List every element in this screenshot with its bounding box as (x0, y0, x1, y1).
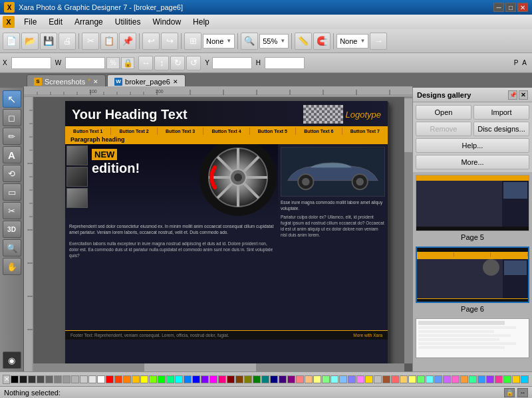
gallery-page-5[interactable]: Page 5 (416, 175, 529, 241)
save-button[interactable]: 💾 (40, 33, 57, 50)
color-swatch[interactable] (374, 375, 382, 383)
color-swatch[interactable] (400, 375, 408, 383)
cut-button[interactable]: ✂ (82, 33, 99, 50)
window-maximize-button[interactable]: □ (505, 3, 516, 12)
color-swatch[interactable] (495, 375, 503, 383)
color-swatch[interactable] (287, 375, 295, 383)
color-swatch[interactable] (434, 375, 442, 383)
color-swatch[interactable] (158, 375, 166, 383)
color-swatch[interactable] (37, 375, 45, 383)
color-swatch[interactable] (486, 375, 494, 383)
text-tool[interactable]: A (3, 146, 21, 163)
color-swatch[interactable] (279, 375, 287, 383)
menu-utilities[interactable]: Utilities (110, 16, 146, 28)
color-swatch[interactable] (88, 375, 96, 383)
color-swatch[interactable] (365, 375, 373, 383)
color-swatch[interactable] (80, 375, 88, 383)
new-button[interactable]: 📄 (3, 33, 20, 50)
color-swatch[interactable] (97, 375, 105, 383)
color-swatch[interactable] (253, 375, 261, 383)
h-scrollbar[interactable] (33, 363, 404, 371)
color-swatch[interactable] (452, 375, 460, 383)
color-swatch[interactable] (322, 375, 330, 383)
color-swatch[interactable] (54, 375, 62, 383)
percent-button[interactable]: % (106, 57, 120, 69)
color-swatch[interactable] (45, 375, 53, 383)
w-input[interactable] (65, 57, 105, 69)
gallery-thumb-7[interactable] (416, 318, 529, 358)
gallery-remove-button[interactable]: Remove (416, 122, 471, 136)
color-swatch[interactable] (417, 375, 425, 383)
paste-button[interactable]: 📌 (119, 33, 136, 50)
select-tool[interactable]: ↖ (3, 90, 21, 108)
color-swatch[interactable] (132, 375, 140, 383)
color-swatch[interactable] (227, 375, 235, 383)
gallery-thumb-5[interactable] (416, 175, 529, 231)
color-swatch[interactable] (175, 375, 183, 383)
color-swatch[interactable] (235, 375, 243, 383)
open-button[interactable]: 📂 (21, 33, 39, 50)
transform-button[interactable]: ⊞ (184, 33, 201, 50)
x-input[interactable] (11, 57, 51, 69)
color-swatch[interactable] (218, 375, 226, 383)
color-swatch[interactable] (270, 375, 278, 383)
color-swatch[interactable] (296, 375, 304, 383)
gallery-more-button[interactable]: More... (416, 155, 529, 169)
redo-button[interactable]: ↪ (161, 33, 178, 50)
rectangle-tool[interactable]: ▭ (3, 183, 21, 201)
gallery-header-buttons[interactable]: 📌 ✕ (508, 90, 528, 100)
color-swatch[interactable] (356, 375, 364, 383)
canvas-area[interactable]: Your Heading Text Logotype Button Text 1… (33, 97, 412, 371)
color-swatch[interactable] (140, 375, 148, 383)
gallery-pin-button[interactable]: 📌 (508, 90, 517, 100)
color-picker-tool[interactable]: ◉ (3, 351, 21, 369)
rotate-ccw-button[interactable]: ↺ (186, 56, 201, 70)
zoom-tool[interactable]: 🔍 (3, 239, 21, 256)
color-swatch[interactable] (460, 375, 468, 383)
color-swatch[interactable] (521, 375, 529, 383)
color-swatch[interactable] (11, 375, 19, 383)
gallery-disc-button[interactable]: Disc designs... (473, 122, 529, 136)
color-swatch[interactable] (166, 375, 174, 383)
color-swatch[interactable] (348, 375, 356, 383)
menu-edit[interactable]: Edit (43, 16, 68, 28)
node-tool[interactable]: ◻ (3, 109, 21, 126)
flip-h-button[interactable]: ↔ (138, 56, 153, 70)
menu-help[interactable]: Help (188, 16, 215, 28)
color-swatch[interactable] (339, 375, 347, 383)
h-scrollbar-thumb[interactable] (144, 363, 255, 371)
menu-arrange[interactable]: Arrange (69, 16, 108, 28)
gallery-thumb-6[interactable] (416, 247, 529, 303)
copy-button[interactable]: 📋 (100, 33, 118, 50)
v-scrollbar[interactable] (404, 97, 412, 363)
push-tool[interactable]: ✋ (3, 258, 21, 275)
tab-close-screenshots[interactable]: ✕ (93, 78, 98, 85)
color-swatch[interactable] (313, 375, 321, 383)
blend-dropdown[interactable]: None ▼ (203, 34, 235, 49)
transparency-tool[interactable]: ⟲ (3, 165, 21, 182)
status-expand-icon[interactable]: ↔ (517, 388, 528, 397)
y-input[interactable] (212, 57, 252, 69)
gallery-close-button[interactable]: ✕ (519, 90, 528, 100)
crop-tool[interactable]: ✂ (3, 202, 21, 219)
snap-button[interactable]: 🧲 (313, 33, 331, 50)
undo-button[interactable]: ↩ (142, 33, 160, 50)
tab-close-broker[interactable]: ✕ (173, 78, 178, 85)
color-swatch[interactable] (244, 375, 252, 383)
color-swatch[interactable] (391, 375, 399, 383)
color-swatch[interactable] (106, 375, 114, 383)
freehand-tool[interactable]: ✏ (3, 128, 21, 145)
title-bar-controls[interactable]: ─ □ ✕ (493, 3, 528, 12)
gallery-help-button[interactable]: Help... (416, 138, 529, 153)
gallery-import-button[interactable]: Import (473, 105, 529, 120)
color-swatch[interactable] (426, 375, 434, 383)
threed-tool[interactable]: 3D (3, 221, 21, 238)
color-swatch[interactable] (28, 375, 36, 383)
menu-file[interactable]: File (19, 16, 42, 28)
print-button[interactable]: 🖨 (59, 33, 76, 50)
window-minimize-button[interactable]: ─ (493, 3, 504, 12)
color-swatch[interactable] (184, 375, 192, 383)
arrow-right-button[interactable]: → (370, 33, 387, 50)
status-lock-icon[interactable]: 🔒 (504, 388, 515, 397)
color-swatch[interactable] (149, 375, 157, 383)
